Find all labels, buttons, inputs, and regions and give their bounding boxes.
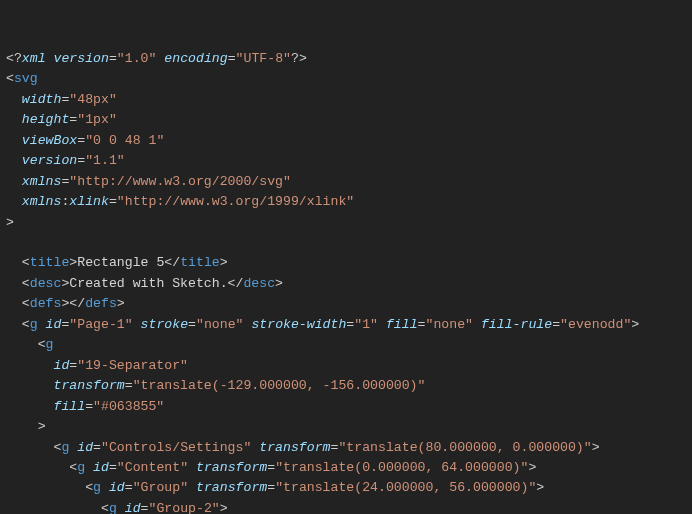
code-block: <?xml version="1.0" encoding="UTF-8"?> <… bbox=[6, 49, 686, 514]
